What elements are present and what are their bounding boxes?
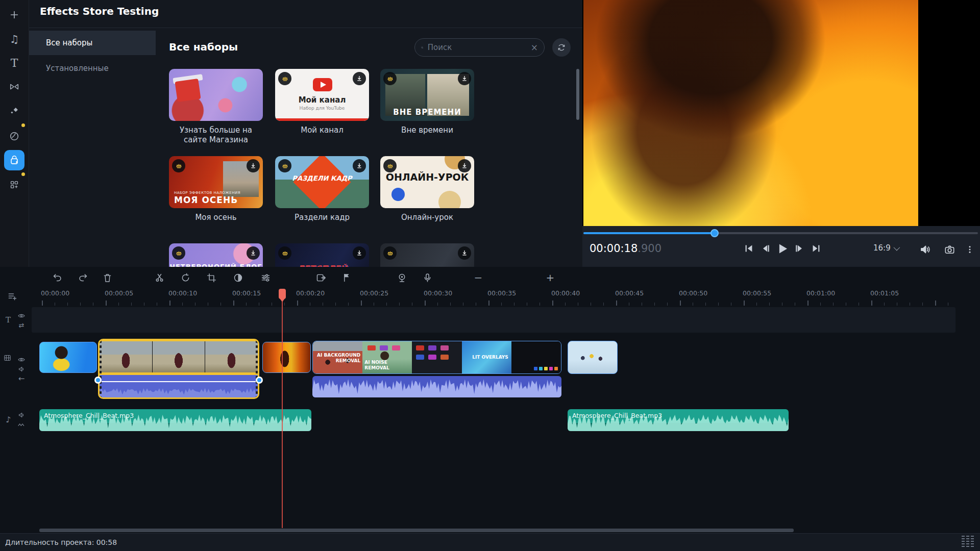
volume-button[interactable] [918, 242, 933, 257]
timeline-ruler[interactable]: 00:00:0000:00:0500:00:1000:00:1500:00:20… [32, 288, 955, 306]
skip-to-start-button[interactable] [742, 241, 756, 256]
tab-all-packs[interactable]: Все наборы [29, 31, 156, 55]
store-card[interactable]: ОНЛАЙН-УРОК Онлайн-урок [380, 156, 474, 222]
ruler-tick [386, 303, 387, 306]
next-frame-button[interactable] [792, 241, 806, 256]
audio-tab-button[interactable]: ♫ [4, 29, 24, 49]
video-track-mute-toggle[interactable] [16, 364, 27, 374]
capture-frame-button[interactable] [942, 242, 957, 257]
volume-line[interactable] [100, 381, 258, 382]
playhead-line [282, 302, 283, 528]
ruler-label: 00:01:00 [806, 289, 835, 297]
zoom-in-button[interactable]: + [544, 271, 556, 284]
video-clip[interactable] [262, 342, 311, 373]
video-clip-montage[interactable]: AI BACKGROUND REMOVAL AI NOISE REMOVAL L… [312, 341, 561, 374]
video-track-visibility-toggle[interactable] [16, 355, 27, 365]
ruler-tick [272, 303, 272, 306]
store-card[interactable] [380, 243, 474, 267]
download-badge[interactable] [458, 72, 471, 85]
search-input[interactable] [428, 43, 527, 52]
store-card[interactable]: ВНЕ ВРЕМЕНИ Вне времени [380, 69, 474, 135]
video-clip[interactable] [39, 342, 97, 373]
refresh-button[interactable] [552, 38, 571, 57]
store-card[interactable]: РАЗДЕЛИ КАДР Раздели кадр [275, 156, 369, 222]
volume-handle-right[interactable] [256, 377, 263, 384]
store-card[interactable]: ЛЕТСПЛЕЙ [275, 243, 369, 267]
transitions-tab-button[interactable] [4, 77, 24, 97]
zoom-out-button[interactable]: − [472, 271, 484, 284]
linked-audio-waveform[interactable] [312, 376, 561, 397]
color-adjust-button[interactable] [232, 271, 244, 284]
clip-properties-button[interactable] [259, 271, 272, 284]
title-track-sync-toggle[interactable]: ⇄ [16, 320, 27, 330]
video-clip[interactable] [568, 341, 618, 374]
store-card[interactable]: ЧЕТВЕРОНОГИЙ БЛОГ [169, 243, 263, 267]
search-box[interactable]: × [414, 38, 545, 57]
rotate-button[interactable] [179, 271, 191, 284]
redo-button[interactable] [77, 271, 89, 284]
audio-track-mute-toggle[interactable] [16, 410, 27, 420]
undo-button[interactable] [51, 271, 63, 284]
selected-clip-audio-band[interactable] [100, 375, 258, 398]
download-badge[interactable] [353, 159, 366, 172]
ruler-tick [642, 303, 642, 306]
titles-icon: T [11, 57, 18, 69]
volume-handle-left[interactable] [94, 377, 102, 384]
selected-video-clip[interactable] [98, 339, 259, 399]
stickers-tab-button[interactable] [4, 126, 24, 146]
titles-tab-button[interactable]: T [4, 53, 24, 73]
render-queue-icon[interactable] [962, 536, 974, 547]
store-card[interactable]: Мой канал Набор для YouTube Мой канал [275, 69, 369, 135]
playhead-handle[interactable] [279, 289, 286, 299]
effects-store-tab-button[interactable] [4, 150, 24, 170]
tab-installed[interactable]: Установленные [29, 56, 156, 81]
webcam-capture-button[interactable] [396, 271, 408, 284]
crown-badge [383, 246, 397, 260]
aspect-ratio-select[interactable]: 16:9 [873, 243, 898, 253]
ruler-tick [476, 303, 476, 306]
audio-clip[interactable]: Atmosphere_Chill_Beat.mp3 [568, 409, 789, 431]
seekbar-handle[interactable] [710, 229, 719, 237]
ruler-tick [603, 303, 604, 306]
voice-record-button[interactable] [421, 271, 433, 284]
more-tools-button[interactable] [4, 174, 24, 195]
more-options-button[interactable] [963, 242, 977, 257]
download-badge[interactable] [247, 246, 260, 260]
delete-button[interactable] [101, 271, 113, 284]
crop-button[interactable] [205, 271, 217, 284]
card-title: Узнать больше на сайте Магазина [169, 126, 263, 145]
crown-badge [172, 159, 185, 172]
download-badge[interactable] [247, 159, 260, 172]
ruler-tick [820, 303, 821, 306]
download-badge[interactable] [353, 72, 366, 85]
play-button[interactable] [775, 241, 789, 256]
crown-badge [383, 72, 397, 85]
marker-button[interactable] [340, 271, 353, 284]
store-scrollbar[interactable] [576, 69, 579, 120]
split-button[interactable] [153, 271, 165, 284]
store-card[interactable]: Узнать больше на сайте Магазина [169, 69, 263, 145]
title-track-visibility-toggle[interactable] [16, 311, 27, 321]
store-card[interactable]: НАБОР ЭФФЕКТОВ НАЛОЖЕНИЯ МОЯ ОСЕНЬ Моя о… [169, 156, 263, 222]
ruler-tick [450, 303, 451, 306]
effects-tab-button[interactable] [4, 101, 24, 121]
audio-track-waveform-toggle[interactable] [16, 420, 27, 430]
timeline-scrollbar[interactable] [39, 529, 794, 532]
add-track-button[interactable] [7, 291, 17, 302]
download-badge[interactable] [458, 159, 471, 172]
download-badge[interactable] [458, 246, 471, 260]
ruler-tick [463, 303, 463, 306]
clear-search-icon[interactable]: × [531, 42, 538, 53]
ruler-tick [718, 303, 719, 306]
previous-frame-button[interactable] [758, 241, 773, 256]
skip-end-icon [811, 243, 822, 254]
add-media-button[interactable] [4, 5, 24, 25]
download-badge[interactable] [353, 246, 366, 260]
export-frame-button[interactable] [314, 271, 327, 284]
skip-to-end-button[interactable] [809, 241, 823, 256]
video-track-back-toggle[interactable]: ← [16, 373, 27, 384]
audio-clip[interactable]: Atmosphere_Chill_Beat.mp3 [39, 409, 311, 431]
title-track-lane[interactable] [32, 307, 955, 333]
ruler-tick [118, 303, 119, 306]
ruler-tick [425, 300, 426, 306]
